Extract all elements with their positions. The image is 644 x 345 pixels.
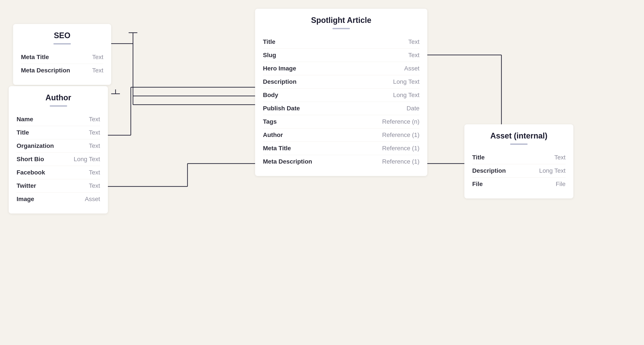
field-type: Text	[92, 67, 103, 74]
field-type: Text	[92, 54, 103, 61]
card-asset: Asset (internal)TitleTextDescriptionLong…	[464, 124, 573, 198]
field-name: Slug	[263, 52, 276, 59]
field-name: File	[472, 180, 483, 188]
field-type: Text	[408, 38, 420, 45]
field-name: Organization	[16, 142, 54, 150]
field-type: Text	[89, 129, 100, 136]
field-type: Text	[89, 169, 100, 176]
table-row: Meta DescriptionReference (1)	[263, 155, 420, 168]
field-type: Date	[406, 105, 420, 112]
field-type: Text	[89, 142, 100, 150]
card-divider-seo	[54, 43, 71, 44]
field-name: Description	[472, 167, 506, 174]
field-name: Meta Description	[263, 158, 312, 165]
field-type: Reference (n)	[382, 118, 420, 125]
field-type: Asset	[404, 65, 420, 72]
field-name: Title	[16, 129, 29, 136]
table-row: TwitterText	[16, 179, 100, 192]
card-divider-author	[50, 105, 67, 107]
table-row: TitleText	[263, 35, 420, 49]
field-name: Body	[263, 92, 278, 98]
field-name: Tags	[263, 118, 277, 125]
field-type: Text	[408, 52, 420, 59]
card-seo: SEOMeta TitleTextMeta DescriptionText	[13, 24, 111, 85]
card-title-seo: SEO	[21, 31, 103, 40]
table-row: SlugText	[263, 49, 420, 62]
field-name: Short Bio	[16, 156, 44, 163]
field-name: Publish Date	[263, 105, 300, 112]
field-name: Meta Title	[21, 54, 49, 61]
field-name: Title	[472, 154, 485, 161]
field-name: Meta Title	[263, 145, 291, 152]
field-type: Reference (1)	[382, 158, 420, 165]
field-type: Long Text	[393, 92, 420, 98]
table-row: Meta DescriptionText	[21, 64, 103, 77]
field-name: Title	[263, 38, 275, 45]
field-type: File	[556, 180, 566, 188]
field-name: Description	[263, 78, 296, 85]
table-row: ImageAsset	[16, 192, 100, 206]
table-row: FileFile	[472, 178, 566, 190]
card-title-spotlight: Spotlight Article	[263, 16, 420, 25]
card-divider-spotlight	[332, 28, 350, 29]
table-row: TitleText	[16, 126, 100, 139]
table-row: OrganizationText	[16, 139, 100, 153]
field-type: Text	[554, 154, 566, 161]
card-title-asset: Asset (internal)	[472, 131, 566, 140]
field-name: Image	[16, 196, 34, 202]
table-row: BodyLong Text	[263, 88, 420, 102]
table-row: Publish DateDate	[263, 102, 420, 115]
table-row: TagsReference (n)	[263, 115, 420, 128]
field-name: Author	[263, 132, 283, 138]
table-row: Short BioLong Text	[16, 153, 100, 166]
field-type: Text	[89, 116, 100, 123]
field-name: Hero Image	[263, 65, 296, 72]
field-name: Meta Description	[21, 67, 70, 74]
card-title-author: Author	[16, 93, 100, 102]
card-divider-asset	[510, 144, 528, 145]
table-row: AuthorReference (1)	[263, 128, 420, 142]
table-row: FacebookText	[16, 166, 100, 179]
card-spotlight: Spotlight ArticleTitleTextSlugTextHero I…	[255, 9, 427, 176]
table-row: TitleText	[472, 151, 566, 164]
field-type: Reference (1)	[382, 132, 420, 138]
field-name: Facebook	[16, 169, 45, 176]
field-type: Reference (1)	[382, 145, 420, 152]
field-name: Name	[16, 116, 33, 123]
field-type: Long Text	[539, 167, 566, 174]
field-name: Twitter	[16, 182, 36, 189]
field-type: Asset	[85, 196, 100, 202]
table-row: DescriptionLong Text	[472, 164, 566, 178]
table-row: Hero ImageAsset	[263, 62, 420, 75]
card-author: AuthorNameTextTitleTextOrganizationTextS…	[9, 86, 108, 214]
field-type: Long Text	[74, 156, 100, 163]
table-row: DescriptionLong Text	[263, 75, 420, 88]
field-type: Long Text	[393, 78, 420, 85]
table-row: Meta TitleReference (1)	[263, 142, 420, 155]
table-row: Meta TitleText	[21, 50, 103, 64]
field-type: Text	[89, 182, 100, 189]
table-row: NameText	[16, 113, 100, 126]
